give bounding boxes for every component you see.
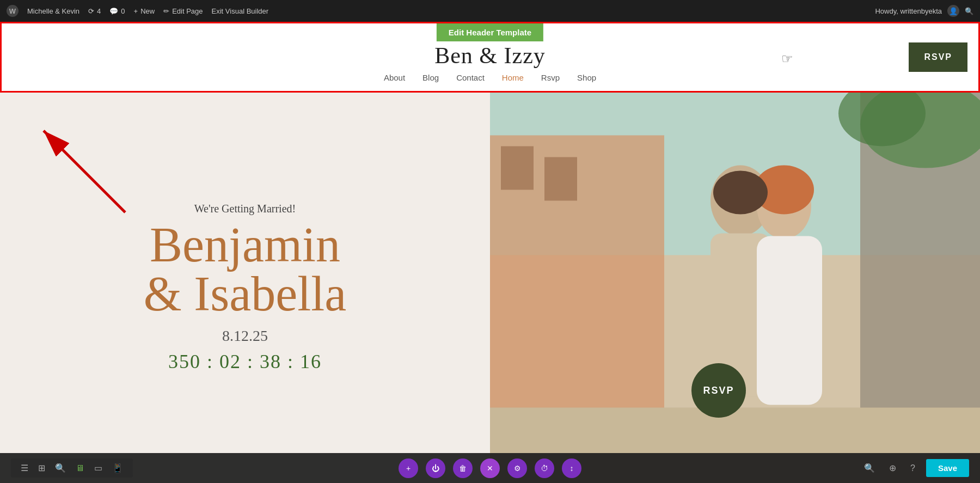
svg-line-1 (44, 131, 125, 212)
toolbar-center: + ⏻ 🗑 ✕ ⚙ ⏱ ↕ (399, 458, 581, 478)
right-panel: RSVP (490, 93, 980, 483)
help-icon[interactable]: ? (907, 462, 918, 474)
wp-logo-item[interactable]: W (7, 5, 19, 17)
comment-count: 0 (121, 7, 125, 15)
delete-button[interactable]: 🗑 (453, 458, 473, 478)
countdown-timer: 350 : 02 : 38 : 16 (168, 350, 322, 373)
layers-icon[interactable]: ⊕ (886, 462, 899, 474)
bottom-toolbar: ☰ ⊞ 🔍 🖥 ▭ 📱 + ⏻ 🗑 ✕ ⚙ ⏱ ↕ 🔍 ⊕ ? Save (0, 453, 980, 483)
sync-item[interactable]: ⟳ 4 (88, 7, 101, 15)
settings-button[interactable]: ⚙ (507, 458, 527, 478)
comment-item[interactable]: 💬 0 (109, 7, 125, 15)
plus-icon: + (134, 7, 138, 15)
admin-bar-right: Howdy, writtenbyekta 👤 🔍 (875, 5, 973, 17)
nav-contact[interactable]: Contact (456, 73, 485, 82)
svg-point-16 (713, 171, 768, 215)
wedding-date: 8.12.25 (222, 327, 268, 345)
comment-icon: 💬 (109, 7, 118, 15)
edit-page-label: Edit Page (172, 7, 203, 15)
nav-about[interactable]: About (384, 73, 405, 82)
close-button[interactable]: ✕ (480, 458, 500, 478)
exit-builder-item[interactable]: Exit Visual Builder (212, 7, 269, 15)
nav-rsvp[interactable]: Rsvp (541, 73, 560, 82)
site-name-item[interactable]: Michelle & Kevin (27, 7, 79, 15)
site-title: Ben & Izzy (434, 42, 546, 69)
left-panel: We're Getting Married! Benjamin& Isabell… (0, 93, 490, 483)
toolbar-right: 🔍 ⊕ ? Save (861, 459, 969, 477)
exit-builder-label: Exit Visual Builder (212, 7, 269, 15)
site-name: Michelle & Kevin (27, 7, 79, 15)
search-icon[interactable]: 🔍 (52, 462, 69, 474)
desktop-icon[interactable]: 🖥 (72, 462, 88, 474)
edit-header-button[interactable]: Edit Header Template (437, 23, 543, 41)
grid-icon[interactable]: ⊞ (35, 462, 48, 474)
sync-count: 4 (97, 7, 101, 15)
site-nav: About Blog Contact Home Rsvp Shop (384, 73, 596, 82)
add-module-button[interactable]: + (399, 458, 418, 478)
new-item[interactable]: + New (134, 7, 155, 15)
menu-icon[interactable]: ☰ (17, 462, 32, 474)
phone-icon[interactable]: 📱 (109, 462, 126, 474)
toolbar-left: ☰ ⊞ 🔍 🖥 ▭ 📱 (11, 458, 133, 478)
admin-bar: W Michelle & Kevin ⟳ 4 💬 0 + New ✏ Edit … (0, 0, 980, 22)
new-label: New (140, 7, 155, 15)
history-button[interactable]: ⏱ (535, 458, 554, 478)
power-button[interactable]: ⏻ (426, 458, 445, 478)
save-button[interactable]: Save (926, 459, 969, 477)
howdy-label: Howdy, writtenbyekta (875, 7, 942, 15)
svg-rect-5 (501, 146, 534, 190)
svg-rect-6 (544, 157, 577, 201)
wedding-title-text: Benjamin& Isabella (144, 218, 346, 321)
tablet-icon[interactable]: ▭ (91, 462, 106, 474)
site-header: Edit Header Template Ben & Izzy About Bl… (0, 22, 980, 93)
couple-photo (490, 93, 980, 483)
nav-shop[interactable]: Shop (577, 73, 596, 82)
sync-icon: ⟳ (88, 7, 94, 15)
wedding-subtitle: We're Getting Married! (194, 203, 296, 215)
rsvp-header-button[interactable]: RSVP (909, 42, 967, 72)
user-avatar: 👤 (947, 5, 959, 17)
search-right-icon[interactable]: 🔍 (861, 462, 878, 474)
rsvp-float-button[interactable]: RSVP (691, 363, 746, 418)
wedding-title: Benjamin& Isabella (144, 221, 346, 319)
nav-home[interactable]: Home (502, 73, 524, 82)
pencil-icon: ✏ (163, 7, 169, 15)
view-options: ☰ ⊞ 🔍 🖥 ▭ 📱 (11, 458, 133, 478)
nav-blog[interactable]: Blog (422, 73, 439, 82)
svg-rect-14 (757, 236, 822, 405)
arrow-annotation (16, 103, 136, 225)
resize-button[interactable]: ↕ (562, 458, 581, 478)
search-admin-icon[interactable]: 🔍 (965, 7, 973, 15)
main-content: We're Getting Married! Benjamin& Isabell… (0, 93, 980, 483)
wp-logo: W (7, 5, 19, 17)
cursor-icon: ☞ (781, 51, 793, 66)
edit-page-item[interactable]: ✏ Edit Page (163, 7, 203, 15)
